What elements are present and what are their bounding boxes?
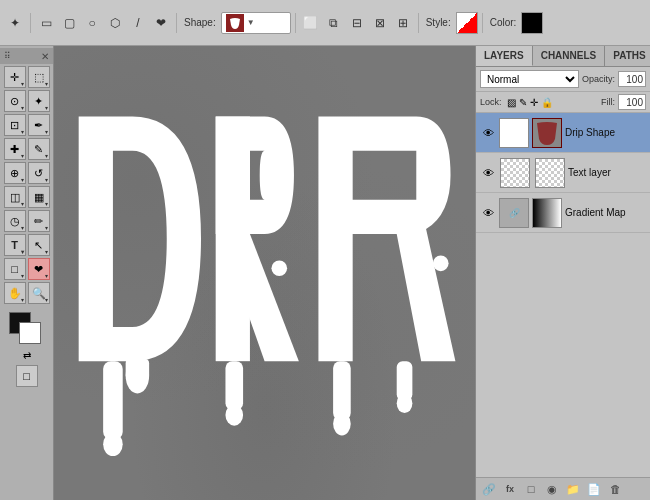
history-brush[interactable]: ↺▾ [28,162,50,184]
style-swatch[interactable] [456,12,478,34]
opacity-input[interactable] [618,71,646,87]
lasso-tool[interactable]: ⊙▾ [4,90,26,112]
canvas-area[interactable] [54,46,475,500]
fx-btn[interactable]: fx [501,480,519,498]
gradient-tool[interactable]: ▦▾ [28,186,50,208]
background-color[interactable] [19,322,41,344]
blend-mode-select[interactable]: Normal Multiply Screen [480,70,579,88]
new-layer-btn[interactable]: 📄 [585,480,603,498]
fg-bg-colors [9,312,45,348]
path-op-2[interactable]: ⧉ [323,12,345,34]
ellipse-tool[interactable]: ○ [81,12,103,34]
fill-input[interactable] [618,94,646,110]
tool-icon-1[interactable]: ✦ [4,12,26,34]
svg-point-10 [333,412,351,435]
sep5 [482,13,483,33]
layer-row-text[interactable]: 👁 Text layer [476,153,650,193]
dodge-tool[interactable]: ◷▾ [4,210,26,232]
layer-row-gradient[interactable]: 👁 🔗 Gradient Map [476,193,650,233]
sep3 [295,13,296,33]
delete-layer-btn[interactable]: 🗑 [606,480,624,498]
line-tool[interactable]: / [127,12,149,34]
shape-tool[interactable]: □▾ [4,258,26,280]
tab-channels[interactable]: CHANNELS [533,46,606,66]
tool-row-4: ✚▾ ✎▾ [4,138,50,160]
rect-tool[interactable]: ▭ [35,12,57,34]
layer-thumb-gradient-chain: 🔗 [499,198,529,228]
drip-artwork [64,56,475,500]
select-tool[interactable]: ⬚▾ [28,66,50,88]
sep2 [176,13,177,33]
layer-visibility-drip[interactable]: 👁 [480,125,496,141]
shape-preview-icon [226,14,244,32]
tool-row-7: ◷▾ ✏▾ [4,210,50,232]
style-text-label: Style: [426,17,451,28]
zoom-tool[interactable]: 🔍▾ [28,282,50,304]
custom-shape-tool[interactable]: ❤ [150,12,172,34]
crop-tool[interactable]: ⊡▾ [4,114,26,136]
pen-tool[interactable]: ✏▾ [28,210,50,232]
path-op-3[interactable]: ⊟ [346,12,368,34]
stamp-tool[interactable]: ⊕▾ [4,162,26,184]
polygon-tool[interactable]: ⬡ [104,12,126,34]
tool-row-1: ✛▾ ⬚▾ [4,66,50,88]
layer-row-drip-shape[interactable]: 👁 Drip Shape [476,113,650,153]
standard-mode[interactable]: □ [16,365,38,387]
new-group-btn[interactable]: 📁 [564,480,582,498]
link-layers-btn[interactable]: 🔗 [480,480,498,498]
layer-thumb-text2 [535,158,565,188]
right-panel: LAYERS CHANNELS PATHS Normal Multiply Sc… [475,46,650,500]
shape-text-label: Shape: [184,17,216,28]
text-tool[interactable]: T▾ [4,234,26,256]
lock-position-icon[interactable]: ✛ [530,97,538,108]
new-adjustment-btn[interactable]: ◉ [543,480,561,498]
eyedropper-tool[interactable]: ✒▾ [28,114,50,136]
quick-mask-group: □ [16,365,38,387]
main-area: ⠿ ✕ ✛▾ ⬚▾ ⊙▾ ✦▾ ⊡▾ ✒▾ ✚▾ ✎▾ ⊕▾ ↺▾ ◫▾ ▦▾ [0,46,650,500]
tab-layers[interactable]: LAYERS [476,46,533,66]
opacity-label: Opacity: [582,74,615,84]
custom-shape-active[interactable]: ❤▾ [28,258,50,280]
panel-drag: ⠿ [4,51,11,61]
lock-transparency-icon[interactable]: ▨ [507,97,516,108]
panel-close-btn[interactable]: ✕ [41,51,49,62]
lock-row: Lock: ▨ ✎ ✛ 🔒 Fill: [476,92,650,113]
svg-rect-9 [333,361,351,420]
path-op-1[interactable]: ⬜ [300,12,322,34]
path-select-tool[interactable]: ↖▾ [28,234,50,256]
layer-visibility-text[interactable]: 👁 [480,165,496,181]
tab-paths[interactable]: PATHS [605,46,650,66]
path-op-5[interactable]: ⊞ [392,12,414,34]
layer-visibility-gradient[interactable]: 👁 [480,205,496,221]
tool-row-3: ⊡▾ ✒▾ [4,114,50,136]
sep4 [418,13,419,33]
color-text-label: Color: [490,17,517,28]
tool-row-5: ⊕▾ ↺▾ [4,162,50,184]
lock-paint-icon[interactable]: ✎ [519,97,527,108]
rounded-rect-tool[interactable]: ▢ [58,12,80,34]
move-tool[interactable]: ✛▾ [4,66,26,88]
tool-row-6: ◫▾ ▦▾ [4,186,50,208]
svg-point-8 [433,255,449,271]
layer-thumb-drip-shape [532,118,562,148]
switch-colors[interactable]: ⇄ [23,350,31,361]
color-swatch[interactable] [521,12,543,34]
blend-mode-row: Normal Multiply Screen Opacity: [476,67,650,92]
tools-panel: ⠿ ✕ ✛▾ ⬚▾ ⊙▾ ✦▾ ⊡▾ ✒▾ ✚▾ ✎▾ ⊕▾ ↺▾ ◫▾ ▦▾ [0,46,54,500]
shape-dropdown[interactable]: ▼ [221,12,291,34]
magic-wand-tool[interactable]: ✦▾ [28,90,50,112]
eraser-tool[interactable]: ◫▾ [4,186,26,208]
layers-list: 👁 Drip Shape 👁 Text layer 👁 🔗 [476,113,650,477]
top-toolbar: ✦ ▭ ▢ ○ ⬡ / ❤ Shape: ▼ ⬜ ⧉ ⊟ ⊠ ⊞ Style: … [0,0,650,46]
brush-tool[interactable]: ✎▾ [28,138,50,160]
new-mask-btn[interactable]: □ [522,480,540,498]
lock-all-icon[interactable]: 🔒 [541,97,553,108]
lock-label: Lock: [480,97,502,107]
tool-row-2: ⊙▾ ✦▾ [4,90,50,112]
svg-rect-1 [126,359,149,379]
heal-tool[interactable]: ✚▾ [4,138,26,160]
path-op-4[interactable]: ⊠ [369,12,391,34]
layer-thumb-drip-white [499,118,529,148]
hand-tool[interactable]: ✋▾ [4,282,26,304]
sep1 [30,13,31,33]
